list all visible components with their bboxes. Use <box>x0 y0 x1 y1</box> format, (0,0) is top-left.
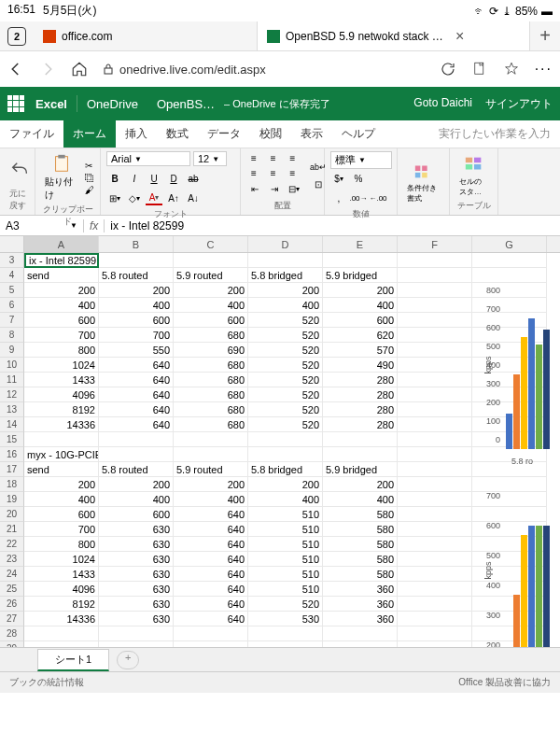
row-header[interactable]: 6 <box>0 298 24 313</box>
cell-D17[interactable]: 5.8 bridged <box>248 462 323 477</box>
row-header[interactable]: 21 <box>0 522 24 537</box>
fx-icon[interactable]: fx <box>84 219 105 232</box>
cell-F6[interactable] <box>398 298 472 313</box>
row-header[interactable]: 13 <box>0 402 24 417</box>
cell-C19[interactable]: 400 <box>174 492 248 507</box>
row-header[interactable]: 26 <box>0 597 24 612</box>
cell-E26[interactable]: 360 <box>323 597 398 612</box>
cell-C22[interactable]: 640 <box>174 537 248 552</box>
cell-F9[interactable] <box>398 343 472 358</box>
cell-A18[interactable]: 200 <box>24 477 99 492</box>
cell-A4[interactable]: send <box>24 268 99 283</box>
cell-C4[interactable]: 5.9 routed <box>174 268 248 283</box>
cell-E4[interactable]: 5.9 bridged <box>323 268 398 283</box>
col-header-C[interactable]: C <box>174 236 248 252</box>
cell-E19[interactable]: 400 <box>323 492 398 507</box>
cell-E23[interactable]: 580 <box>323 552 398 567</box>
url-bar[interactable]: onedrive.live.com/edit.aspx <box>103 63 425 77</box>
outdent-button[interactable]: ⇤ <box>246 182 263 197</box>
tab-count-button[interactable]: 2 <box>7 27 26 46</box>
tab-data[interactable]: データ <box>198 120 250 148</box>
cell-A24[interactable]: 1433 <box>24 567 99 582</box>
cell-E29[interactable] <box>323 641 398 647</box>
row-header[interactable]: 3 <box>0 253 24 268</box>
cell-F17[interactable] <box>398 462 472 477</box>
cell-E14[interactable]: 280 <box>323 417 398 432</box>
cell-C29[interactable] <box>174 641 248 647</box>
browser-tab-1[interactable]: office.com <box>34 21 258 50</box>
cell-E17[interactable]: 5.9 bridged <box>323 462 398 477</box>
cell-B3[interactable] <box>99 253 174 268</box>
more-button[interactable]: ··· <box>535 61 553 77</box>
row-header[interactable]: 20 <box>0 507 24 522</box>
cell-D20[interactable]: 510 <box>248 507 323 522</box>
cell-E10[interactable]: 490 <box>323 358 398 373</box>
row-header[interactable]: 8 <box>0 328 24 343</box>
add-sheet-button[interactable]: + <box>117 651 139 669</box>
underline-button[interactable]: U <box>146 171 162 186</box>
strike-button[interactable]: ab <box>185 171 202 186</box>
cell-E7[interactable]: 600 <box>323 313 398 328</box>
number-format-select[interactable]: 標準▼ <box>330 151 392 169</box>
cell-C24[interactable]: 640 <box>174 567 248 582</box>
sheet-tab-1[interactable]: シート1 <box>37 649 109 671</box>
cell-B6[interactable]: 400 <box>99 298 174 313</box>
cell-A27[interactable]: 14336 <box>24 612 99 626</box>
cell-F25[interactable] <box>398 582 472 597</box>
cell-F28[interactable] <box>398 626 472 641</box>
font-color-button[interactable]: A▾ <box>146 190 162 205</box>
col-header-G[interactable]: G <box>472 236 547 252</box>
cell-B17[interactable]: 5.8 routed <box>99 462 174 477</box>
cell-A10[interactable]: 1024 <box>24 358 99 373</box>
cell-E13[interactable]: 280 <box>323 402 398 417</box>
cell-F16[interactable] <box>398 447 472 462</box>
cell-C11[interactable]: 680 <box>174 373 248 387</box>
row-header[interactable]: 28 <box>0 626 24 641</box>
cell-F12[interactable] <box>398 387 472 402</box>
cell-B21[interactable]: 630 <box>99 522 174 537</box>
format-painter-button[interactable]: 🖌 <box>85 185 94 195</box>
file-title[interactable]: OpenBS… <box>157 97 215 111</box>
cell-C23[interactable]: 640 <box>174 552 248 567</box>
cell-E18[interactable]: 200 <box>323 477 398 492</box>
row-header[interactable]: 10 <box>0 358 24 373</box>
row-header[interactable]: 23 <box>0 552 24 567</box>
tab-file[interactable]: ファイル <box>0 120 63 148</box>
cell-C13[interactable]: 680 <box>174 402 248 417</box>
tab-formula[interactable]: 数式 <box>157 120 198 148</box>
row-header[interactable]: 12 <box>0 387 24 402</box>
row-header[interactable]: 17 <box>0 462 24 477</box>
inc-decimal-button[interactable]: .00→ <box>350 190 367 205</box>
cell-A20[interactable]: 600 <box>24 507 99 522</box>
cell-C18[interactable]: 200 <box>174 477 248 492</box>
cell-E15[interactable] <box>323 432 398 447</box>
cell-D23[interactable]: 510 <box>248 552 323 567</box>
cell-F24[interactable] <box>398 567 472 582</box>
cell-E20[interactable]: 580 <box>323 507 398 522</box>
grow-font-button[interactable]: A↑ <box>165 190 182 205</box>
cell-G4[interactable] <box>472 268 547 283</box>
col-header-B[interactable]: B <box>99 236 174 252</box>
cell-D21[interactable]: 510 <box>248 522 323 537</box>
dec-decimal-button[interactable]: ←.00 <box>370 190 386 205</box>
cell-A26[interactable]: 8192 <box>24 597 99 612</box>
back-button[interactable] <box>7 61 24 77</box>
cell-B28[interactable] <box>99 626 174 641</box>
fill-color-button[interactable]: ◇▾ <box>126 190 143 205</box>
cell-F11[interactable] <box>398 373 472 387</box>
cell-F4[interactable] <box>398 268 472 283</box>
cell-D29[interactable] <box>248 641 323 647</box>
cell-E8[interactable]: 620 <box>323 328 398 343</box>
reader-button[interactable] <box>471 61 488 77</box>
cell-B14[interactable]: 640 <box>99 417 174 432</box>
cell-B13[interactable]: 640 <box>99 402 174 417</box>
cell-F3[interactable] <box>398 253 472 268</box>
row-header[interactable]: 15 <box>0 432 24 447</box>
browser-tab-2[interactable]: OpenBSD 5.9 netwokd stack benchmark.xl… … <box>258 21 530 50</box>
row-header[interactable]: 22 <box>0 537 24 552</box>
cell-D18[interactable]: 200 <box>248 477 323 492</box>
cell-A12[interactable]: 4096 <box>24 387 99 402</box>
feedback-link[interactable]: Office 製品改善に協力 <box>458 676 551 689</box>
cell-E12[interactable]: 280 <box>323 387 398 402</box>
select-all-corner[interactable] <box>0 236 24 252</box>
